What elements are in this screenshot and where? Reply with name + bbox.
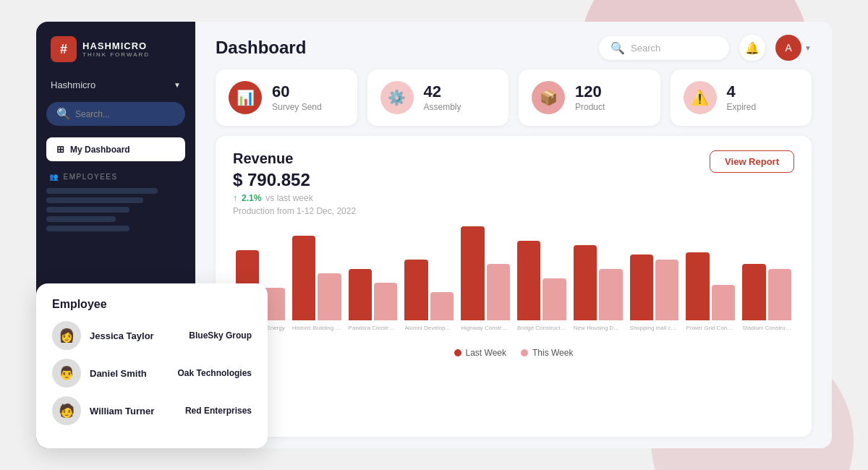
bar-label-7: Shopping mall constructions	[630, 325, 679, 332]
employee-company-1: Oak Technologies	[178, 368, 252, 378]
bar-this-week-3	[430, 292, 454, 320]
stat-number-0: 60	[272, 84, 322, 100]
notification-button[interactable]: 🔔	[739, 35, 765, 61]
employee-avatar-0: 👩	[52, 321, 81, 350]
bar-this-week-8	[712, 285, 735, 320]
sidebar-menu-bar-1[interactable]	[46, 188, 158, 194]
logo-icon: #	[51, 36, 77, 62]
up-arrow-icon: ↑	[233, 193, 237, 203]
stat-icon-1: ⚙️	[380, 81, 414, 114]
chevron-down-icon[interactable]: ▼	[174, 81, 181, 89]
employee-company-2: Red Enterprises	[185, 406, 252, 416]
search-icon: 🔍	[56, 107, 71, 121]
stat-label-1: Assembly	[424, 102, 461, 112]
stat-label-0: Survey Send	[272, 102, 322, 112]
view-report-button[interactable]: View Report	[710, 150, 794, 173]
bar-last-week-7	[630, 255, 653, 320]
bar-last-week-8	[686, 252, 709, 320]
stat-info-1: 42 Assembly	[424, 84, 461, 112]
legend-this-week: This Week	[521, 348, 573, 358]
topbar-search-input[interactable]	[631, 43, 718, 54]
bar-label-4: Highway Construction	[461, 325, 510, 332]
bar-group-5	[517, 241, 566, 321]
bar-label-2: Pandora Constructions	[349, 325, 398, 332]
bar-group-1	[292, 236, 341, 320]
bar-this-week-9	[768, 269, 791, 321]
avatar-chevron-icon: ▼	[804, 44, 812, 52]
stat-number-1: 42	[424, 84, 461, 100]
employee-panel: Employee 👩 Jessica Taylor BlueSky Group …	[36, 283, 268, 448]
employee-name-2: William Turner	[90, 406, 162, 416]
bar-label-3: Alumni Development	[404, 325, 454, 332]
avatar-text: A	[785, 42, 791, 54]
revenue-period: Production from 1-12 Dec, 2022	[233, 206, 356, 216]
sidebar-logo: # HASHMICRO THINK FORWARD	[36, 22, 195, 74]
bar-last-week-1	[292, 236, 315, 320]
employees-icon: 👥	[49, 173, 59, 181]
bar-label-5: Bridge Construction	[517, 325, 566, 332]
bar-last-week-6	[574, 245, 597, 320]
bar-group-3	[404, 260, 454, 321]
section-label: EMPLOYEES	[64, 173, 118, 181]
employee-panel-title: Employee	[52, 298, 252, 311]
bar-last-week-3	[404, 260, 427, 321]
change-pct: 2.1%	[242, 193, 261, 203]
topbar: Dashboard 🔍 🔔 A ▼	[195, 22, 832, 69]
revenue-change: ↑ 2.1% vs last week	[233, 193, 356, 203]
bar-this-week-5	[542, 278, 566, 321]
bar-this-week-4	[487, 264, 510, 320]
logo-text: HASHMICRO THINK FORWARD	[82, 40, 150, 58]
bar-group-7	[630, 255, 679, 320]
topbar-search-bar[interactable]: 🔍	[599, 36, 729, 60]
bar-last-week-5	[517, 241, 540, 321]
employee-avatar-2: 🧑	[52, 396, 81, 425]
bar-label-1: Historic Building Refurbication	[292, 325, 341, 332]
stat-card-3: ⚠️ 4 Expired	[671, 69, 812, 126]
bar-group-2	[349, 269, 398, 321]
chart-area: Renewable EnergyHistoric Building Refurb…	[233, 226, 794, 342]
brand-name: Hashmicro	[51, 80, 95, 90]
bar-this-week-7	[655, 260, 678, 321]
stat-info-3: 4 Expired	[727, 84, 757, 112]
nav-item-dashboard[interactable]: ⊞ My Dashboard	[46, 137, 185, 161]
sidebar-menu-bar-3[interactable]	[46, 207, 129, 213]
page-title: Dashboard	[216, 38, 306, 58]
sidebar-brand: Hashmicro ▼	[36, 74, 195, 96]
stat-card-0: 📊 60 Survey Send	[216, 69, 357, 126]
employee-row-1: 👨 Daniel Smith Oak Technologies	[52, 359, 252, 388]
bar-this-week-1	[318, 273, 341, 320]
stat-label-2: Product	[575, 102, 605, 112]
logo-title: HASHMICRO	[82, 40, 150, 51]
bar-group-9	[742, 264, 791, 320]
stat-number-3: 4	[727, 84, 757, 100]
sidebar-search[interactable]: 🔍	[46, 102, 185, 126]
dashboard-icon: ⊞	[56, 144, 64, 155]
bar-last-week-4	[461, 226, 484, 320]
legend-last-week-label: Last Week	[466, 348, 506, 358]
chart-legend: Last Week This Week	[233, 348, 794, 358]
legend-dot-last	[454, 349, 461, 356]
sidebar-menu-bar-5[interactable]	[46, 226, 129, 231]
stat-icon-3: ⚠️	[684, 81, 717, 114]
revenue-title: Revenue	[233, 150, 356, 167]
stat-icon-2: 📦	[532, 81, 565, 114]
bar-label-6: New Housing Development	[574, 325, 623, 332]
stat-card-2: 📦 120 Product	[519, 69, 660, 126]
sidebar-menu-bar-4[interactable]	[46, 216, 116, 222]
sidebar-search-input[interactable]	[75, 109, 175, 119]
stat-icon-0: 📊	[229, 81, 262, 114]
avatar-button[interactable]: A	[775, 35, 801, 61]
bar-group-8	[686, 252, 735, 320]
sidebar-menu-bar-2[interactable]	[46, 197, 143, 203]
legend-last-week: Last Week	[454, 348, 506, 358]
topbar-right: 🔍 🔔 A ▼	[599, 35, 812, 61]
avatar-dropdown[interactable]: A ▼	[775, 35, 812, 61]
stat-label-3: Expired	[727, 102, 757, 112]
stat-info-0: 60 Survey Send	[272, 84, 322, 112]
nav-dashboard-label: My Dashboard	[70, 145, 130, 155]
notification-icon: 🔔	[745, 41, 760, 55]
bar-this-week-2	[374, 283, 397, 320]
bar-label-8: Power Grid Construction	[686, 325, 735, 332]
main-content: Dashboard 🔍 🔔 A ▼ 📊	[195, 22, 832, 448]
bars-container	[233, 226, 794, 320]
